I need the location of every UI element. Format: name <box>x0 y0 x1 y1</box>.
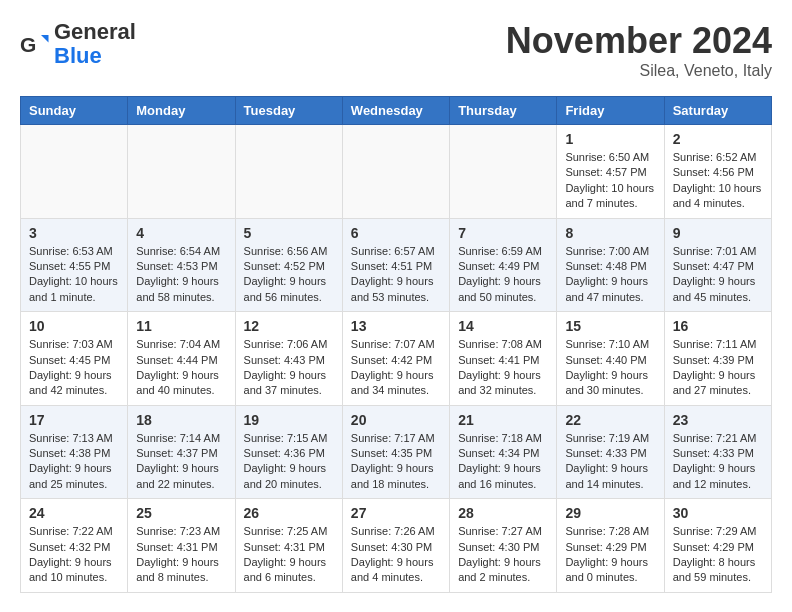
day-info: Sunrise: 7:28 AM Sunset: 4:29 PM Dayligh… <box>565 524 655 586</box>
day-info: Sunrise: 7:22 AM Sunset: 4:32 PM Dayligh… <box>29 524 119 586</box>
calendar-cell <box>342 125 449 219</box>
day-info: Sunrise: 7:18 AM Sunset: 4:34 PM Dayligh… <box>458 431 548 493</box>
day-number: 17 <box>29 412 119 428</box>
day-number: 19 <box>244 412 334 428</box>
day-info: Sunrise: 7:03 AM Sunset: 4:45 PM Dayligh… <box>29 337 119 399</box>
day-number: 22 <box>565 412 655 428</box>
calendar-week-2: 3Sunrise: 6:53 AM Sunset: 4:55 PM Daylig… <box>21 218 772 312</box>
day-info: Sunrise: 7:29 AM Sunset: 4:29 PM Dayligh… <box>673 524 763 586</box>
day-number: 9 <box>673 225 763 241</box>
logo-icon: G <box>20 29 50 59</box>
calendar-cell: 26Sunrise: 7:25 AM Sunset: 4:31 PM Dayli… <box>235 499 342 593</box>
weekday-header-row: SundayMondayTuesdayWednesdayThursdayFrid… <box>21 97 772 125</box>
calendar-cell: 5Sunrise: 6:56 AM Sunset: 4:52 PM Daylig… <box>235 218 342 312</box>
calendar-week-3: 10Sunrise: 7:03 AM Sunset: 4:45 PM Dayli… <box>21 312 772 406</box>
day-number: 16 <box>673 318 763 334</box>
day-info: Sunrise: 6:54 AM Sunset: 4:53 PM Dayligh… <box>136 244 226 306</box>
calendar-cell <box>128 125 235 219</box>
day-info: Sunrise: 7:10 AM Sunset: 4:40 PM Dayligh… <box>565 337 655 399</box>
day-info: Sunrise: 7:21 AM Sunset: 4:33 PM Dayligh… <box>673 431 763 493</box>
weekday-header-sunday: Sunday <box>21 97 128 125</box>
day-info: Sunrise: 7:14 AM Sunset: 4:37 PM Dayligh… <box>136 431 226 493</box>
calendar-week-4: 17Sunrise: 7:13 AM Sunset: 4:38 PM Dayli… <box>21 405 772 499</box>
day-info: Sunrise: 7:17 AM Sunset: 4:35 PM Dayligh… <box>351 431 441 493</box>
calendar-cell: 27Sunrise: 7:26 AM Sunset: 4:30 PM Dayli… <box>342 499 449 593</box>
day-number: 28 <box>458 505 548 521</box>
calendar-cell: 29Sunrise: 7:28 AM Sunset: 4:29 PM Dayli… <box>557 499 664 593</box>
day-info: Sunrise: 7:00 AM Sunset: 4:48 PM Dayligh… <box>565 244 655 306</box>
calendar-cell: 3Sunrise: 6:53 AM Sunset: 4:55 PM Daylig… <box>21 218 128 312</box>
calendar-cell: 13Sunrise: 7:07 AM Sunset: 4:42 PM Dayli… <box>342 312 449 406</box>
calendar-cell: 22Sunrise: 7:19 AM Sunset: 4:33 PM Dayli… <box>557 405 664 499</box>
day-info: Sunrise: 7:15 AM Sunset: 4:36 PM Dayligh… <box>244 431 334 493</box>
day-info: Sunrise: 7:07 AM Sunset: 4:42 PM Dayligh… <box>351 337 441 399</box>
calendar-cell: 14Sunrise: 7:08 AM Sunset: 4:41 PM Dayli… <box>450 312 557 406</box>
day-number: 12 <box>244 318 334 334</box>
day-info: Sunrise: 7:19 AM Sunset: 4:33 PM Dayligh… <box>565 431 655 493</box>
svg-marker-1 <box>41 35 49 43</box>
page-header: G GeneralBlue November 2024 Silea, Venet… <box>20 20 772 80</box>
day-info: Sunrise: 7:01 AM Sunset: 4:47 PM Dayligh… <box>673 244 763 306</box>
day-number: 24 <box>29 505 119 521</box>
day-info: Sunrise: 6:53 AM Sunset: 4:55 PM Dayligh… <box>29 244 119 306</box>
day-info: Sunrise: 7:04 AM Sunset: 4:44 PM Dayligh… <box>136 337 226 399</box>
calendar-cell: 7Sunrise: 6:59 AM Sunset: 4:49 PM Daylig… <box>450 218 557 312</box>
day-number: 21 <box>458 412 548 428</box>
weekday-header-tuesday: Tuesday <box>235 97 342 125</box>
day-number: 2 <box>673 131 763 147</box>
svg-text:G: G <box>20 33 36 56</box>
calendar-cell: 18Sunrise: 7:14 AM Sunset: 4:37 PM Dayli… <box>128 405 235 499</box>
location: Silea, Veneto, Italy <box>506 62 772 80</box>
calendar-cell: 6Sunrise: 6:57 AM Sunset: 4:51 PM Daylig… <box>342 218 449 312</box>
logo-text: GeneralBlue <box>54 20 136 68</box>
day-number: 30 <box>673 505 763 521</box>
calendar-cell: 21Sunrise: 7:18 AM Sunset: 4:34 PM Dayli… <box>450 405 557 499</box>
day-number: 5 <box>244 225 334 241</box>
weekday-header-wednesday: Wednesday <box>342 97 449 125</box>
calendar-cell: 30Sunrise: 7:29 AM Sunset: 4:29 PM Dayli… <box>664 499 771 593</box>
calendar-cell: 28Sunrise: 7:27 AM Sunset: 4:30 PM Dayli… <box>450 499 557 593</box>
calendar-cell <box>450 125 557 219</box>
day-number: 14 <box>458 318 548 334</box>
day-number: 26 <box>244 505 334 521</box>
calendar-cell: 4Sunrise: 6:54 AM Sunset: 4:53 PM Daylig… <box>128 218 235 312</box>
weekday-header-saturday: Saturday <box>664 97 771 125</box>
day-number: 18 <box>136 412 226 428</box>
day-number: 23 <box>673 412 763 428</box>
day-number: 10 <box>29 318 119 334</box>
day-number: 11 <box>136 318 226 334</box>
calendar-cell: 9Sunrise: 7:01 AM Sunset: 4:47 PM Daylig… <box>664 218 771 312</box>
day-info: Sunrise: 7:08 AM Sunset: 4:41 PM Dayligh… <box>458 337 548 399</box>
weekday-header-thursday: Thursday <box>450 97 557 125</box>
day-info: Sunrise: 7:23 AM Sunset: 4:31 PM Dayligh… <box>136 524 226 586</box>
day-info: Sunrise: 7:26 AM Sunset: 4:30 PM Dayligh… <box>351 524 441 586</box>
day-number: 6 <box>351 225 441 241</box>
calendar-table: SundayMondayTuesdayWednesdayThursdayFrid… <box>20 96 772 593</box>
calendar-cell: 10Sunrise: 7:03 AM Sunset: 4:45 PM Dayli… <box>21 312 128 406</box>
calendar-cell <box>235 125 342 219</box>
day-number: 15 <box>565 318 655 334</box>
calendar-cell: 2Sunrise: 6:52 AM Sunset: 4:56 PM Daylig… <box>664 125 771 219</box>
calendar-cell: 23Sunrise: 7:21 AM Sunset: 4:33 PM Dayli… <box>664 405 771 499</box>
day-number: 29 <box>565 505 655 521</box>
calendar-cell: 12Sunrise: 7:06 AM Sunset: 4:43 PM Dayli… <box>235 312 342 406</box>
day-info: Sunrise: 7:27 AM Sunset: 4:30 PM Dayligh… <box>458 524 548 586</box>
day-info: Sunrise: 6:56 AM Sunset: 4:52 PM Dayligh… <box>244 244 334 306</box>
day-info: Sunrise: 6:57 AM Sunset: 4:51 PM Dayligh… <box>351 244 441 306</box>
day-number: 13 <box>351 318 441 334</box>
day-info: Sunrise: 7:06 AM Sunset: 4:43 PM Dayligh… <box>244 337 334 399</box>
calendar-cell <box>21 125 128 219</box>
day-number: 8 <box>565 225 655 241</box>
day-info: Sunrise: 6:52 AM Sunset: 4:56 PM Dayligh… <box>673 150 763 212</box>
calendar-cell: 20Sunrise: 7:17 AM Sunset: 4:35 PM Dayli… <box>342 405 449 499</box>
day-info: Sunrise: 6:50 AM Sunset: 4:57 PM Dayligh… <box>565 150 655 212</box>
title-block: November 2024 Silea, Veneto, Italy <box>506 20 772 80</box>
day-number: 25 <box>136 505 226 521</box>
calendar-cell: 25Sunrise: 7:23 AM Sunset: 4:31 PM Dayli… <box>128 499 235 593</box>
day-number: 7 <box>458 225 548 241</box>
calendar-cell: 15Sunrise: 7:10 AM Sunset: 4:40 PM Dayli… <box>557 312 664 406</box>
weekday-header-friday: Friday <box>557 97 664 125</box>
calendar-cell: 11Sunrise: 7:04 AM Sunset: 4:44 PM Dayli… <box>128 312 235 406</box>
calendar-cell: 19Sunrise: 7:15 AM Sunset: 4:36 PM Dayli… <box>235 405 342 499</box>
calendar-cell: 17Sunrise: 7:13 AM Sunset: 4:38 PM Dayli… <box>21 405 128 499</box>
